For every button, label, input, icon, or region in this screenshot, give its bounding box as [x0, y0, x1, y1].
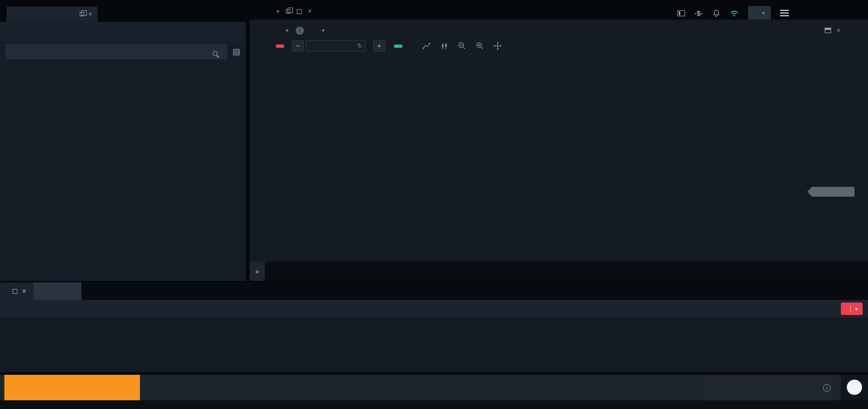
help-button[interactable]: [847, 380, 862, 395]
topbar-right: ·$· ▾: [677, 5, 789, 21]
menu-icon[interactable]: [780, 12, 789, 14]
candlestick-chart[interactable]: [263, 24, 797, 242]
search-input[interactable]: [5, 44, 227, 59]
bottom-strip: [0, 400, 868, 409]
tab-open-positions[interactable]: ×: [0, 282, 34, 300]
positions-table-header: ▾: [0, 300, 868, 318]
positions-table-body: [0, 318, 868, 372]
maximize-icon[interactable]: [297, 9, 302, 14]
search-row: ▤: [0, 41, 246, 62]
chart-tabstrip: +: [250, 262, 868, 281]
close-icon[interactable]: ×: [308, 8, 312, 15]
popout-icon[interactable]: [80, 12, 84, 16]
grid-view-icon[interactable]: ▤: [233, 47, 240, 56]
new-chart-tab-button[interactable]: +: [250, 262, 265, 281]
close-icon[interactable]: ×: [88, 11, 92, 17]
price-axis[interactable]: [797, 24, 868, 247]
chevron-down-icon: ▾: [762, 10, 765, 16]
verify-account-button[interactable]: [4, 375, 140, 400]
market-watch-header: [0, 62, 246, 76]
tab-investment-plans[interactable]: [58, 282, 81, 300]
profit-summary: i: [703, 375, 838, 400]
trading-app: × ▤ ▾ × ·$· ▾: [0, 0, 868, 409]
tab-pending-orders[interactable]: [34, 282, 58, 300]
chart-window-controls: ▾ ×: [277, 8, 312, 15]
workspace-icon[interactable]: [677, 10, 685, 16]
current-price-tag: [811, 187, 854, 197]
account-selector[interactable]: ▾: [748, 6, 771, 20]
search-icon[interactable]: [213, 51, 218, 56]
wifi-icon[interactable]: [730, 10, 739, 17]
market-watch-panel: ▤: [0, 22, 246, 281]
market-watch-tabs: [0, 22, 246, 41]
account-bar: i: [0, 375, 868, 400]
positions-panel: × ▾: [0, 282, 868, 372]
chevron-down-icon: ▾: [855, 306, 858, 312]
close-icon[interactable]: ×: [22, 288, 26, 294]
popout-icon[interactable]: [12, 289, 17, 294]
chevron-down-icon[interactable]: ▾: [277, 9, 279, 14]
close-all-button[interactable]: ▾: [841, 303, 863, 315]
payments-icon[interactable]: ·$·: [694, 9, 703, 17]
notifications-bell-icon[interactable]: [712, 9, 720, 17]
market-watch-titlebar: ×: [7, 7, 98, 22]
info-icon[interactable]: i: [823, 384, 831, 392]
positions-tabs: ×: [0, 282, 868, 300]
popout-icon[interactable]: [286, 9, 290, 14]
